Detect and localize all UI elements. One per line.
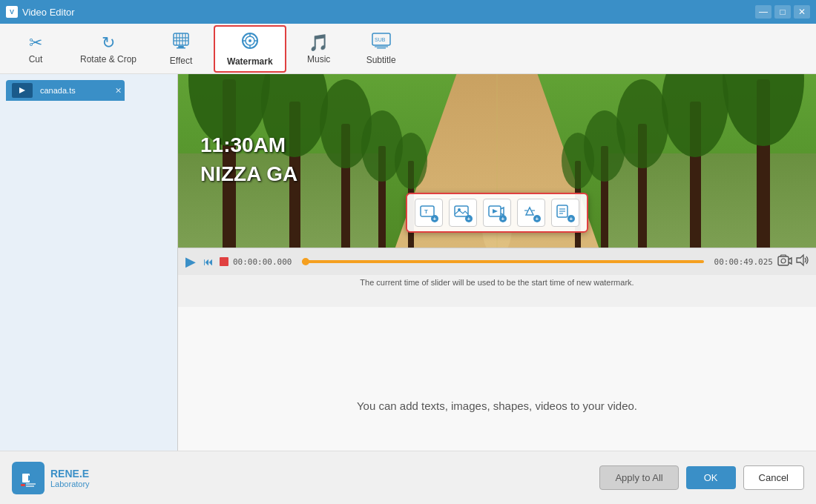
add-image-watermark-button[interactable]: + (449, 199, 477, 227)
svg-text:+: + (536, 216, 539, 222)
timeline-slider[interactable] (302, 260, 703, 263)
logo-sub: Laboratory (50, 480, 90, 488)
add-video-watermark-button[interactable]: + (483, 199, 511, 227)
svg-rect-8 (177, 47, 185, 49)
svg-point-11 (249, 39, 251, 42)
tab-watermark-label: Watermark (227, 56, 273, 67)
svg-text:+: + (501, 216, 505, 222)
timeline-message-text: The current time of slider will be used … (360, 278, 634, 287)
subtitle-icon: SUB (372, 33, 391, 53)
svg-text:+: + (467, 216, 471, 222)
close-button[interactable]: ✕ (794, 5, 810, 19)
svg-rect-77 (21, 484, 25, 486)
timeline-message: The current time of slider will be used … (178, 275, 816, 290)
title-controls: — □ ✕ (755, 5, 810, 19)
music-icon: 🎵 (309, 33, 329, 53)
play-button[interactable]: ▶ (184, 252, 197, 271)
tab-watermark[interactable]: Watermark (214, 25, 286, 73)
bottom-bar: RENE.E Laboratory Apply to All OK Cancel (0, 451, 816, 504)
svg-text:SUB: SUB (375, 37, 386, 42)
time-start: 00:00:00.000 (233, 257, 292, 267)
tab-effect[interactable]: Effect (151, 27, 211, 70)
add-shape-watermark-button[interactable]: + (517, 199, 545, 227)
tab-subtitle[interactable]: SUB Subtitle (352, 28, 411, 70)
video-column: 11:30AM NIZZA GA T + (178, 74, 816, 504)
logo-icon (12, 462, 45, 494)
tab-effect-label: Effect (170, 56, 192, 66)
restore-button[interactable]: □ (774, 5, 791, 19)
timeline-slider-wrap[interactable] (296, 260, 709, 263)
cut-icon: ✂ (29, 33, 42, 53)
svg-rect-71 (778, 256, 789, 265)
timeline-handle[interactable] (302, 258, 309, 265)
time-end: 00:00:49.025 (714, 257, 773, 267)
content-hint: You can add texts, images, shapes, video… (357, 399, 637, 412)
file-name: canada.ts (40, 86, 76, 95)
middle-section: canada.ts ✕ Material Watermark (0, 74, 816, 504)
title-bar-left: V Video Editor (6, 6, 75, 18)
sidebar: canada.ts ✕ Material Watermark (0, 74, 178, 504)
svg-rect-7 (178, 46, 184, 47)
video-time-line2: NIZZA GA (200, 159, 297, 188)
watermark-icon (240, 31, 260, 55)
volume-icon-button[interactable] (795, 253, 810, 270)
svg-text:T: T (424, 208, 428, 215)
rotate-icon: ↻ (102, 33, 115, 53)
tab-subtitle-label: Subtitle (366, 55, 396, 65)
stop-button[interactable] (220, 257, 228, 266)
ok-button[interactable]: OK (686, 466, 736, 489)
add-more-watermark-button[interactable]: + (551, 199, 579, 227)
tab-bar: ✂ Cut ↻ Rotate & Crop Effect (0, 24, 816, 74)
add-text-watermark-button[interactable]: T + (415, 199, 443, 227)
effect-icon (172, 32, 190, 54)
video-timestamp: 11:30AM NIZZA GA (200, 130, 297, 188)
timeline-area: ▶ ⏮ 00:00:00.000 00:00:49.025 (178, 248, 816, 307)
camera-icon-button[interactable] (777, 253, 792, 270)
video-preview: 11:30AM NIZZA GA T + (178, 74, 816, 248)
timeline-right-icons (777, 253, 810, 270)
file-close-icon[interactable]: ✕ (115, 86, 122, 96)
svg-rect-53 (455, 206, 468, 216)
file-thumb (12, 83, 33, 98)
tab-music-label: Music (307, 54, 330, 64)
svg-point-72 (781, 259, 786, 263)
file-list-area (6, 101, 171, 469)
bottom-actions: Apply to All OK Cancel (599, 465, 804, 490)
file-tab[interactable]: canada.ts ✕ (6, 80, 125, 101)
tab-music[interactable]: 🎵 Music (289, 29, 349, 69)
svg-text:+: + (433, 216, 437, 222)
logo-name: RENE.E (50, 468, 90, 480)
window-title: Video Editor (22, 7, 75, 18)
logo-area: RENE.E Laboratory (12, 462, 90, 494)
tab-cut-label: Cut (29, 54, 43, 64)
title-bar: V Video Editor — □ ✕ (0, 0, 816, 24)
svg-marker-58 (493, 209, 498, 213)
tab-rotate-label: Rotate & Crop (80, 54, 136, 64)
body-content: canada.ts ✕ Material Watermark (0, 74, 816, 504)
timeline-controls: ▶ ⏮ 00:00:00.000 00:00:49.025 (178, 248, 816, 275)
svg-rect-0 (174, 33, 188, 45)
cancel-button[interactable]: Cancel (743, 465, 804, 490)
tab-cut[interactable]: ✂ Cut (6, 29, 65, 69)
minimize-button[interactable]: — (755, 5, 771, 19)
svg-point-35 (395, 133, 427, 189)
svg-marker-73 (797, 255, 803, 265)
svg-text:+: + (570, 216, 573, 222)
apply-to-all-button[interactable]: Apply to All (599, 465, 678, 490)
video-time-line1: 11:30AM (200, 130, 297, 159)
prev-frame-button[interactable]: ⏮ (202, 254, 215, 269)
logo-text: RENE.E Laboratory (50, 468, 90, 488)
svg-point-45 (562, 133, 594, 189)
tab-rotate[interactable]: ↻ Rotate & Crop (68, 29, 148, 69)
app-icon: V (6, 6, 18, 18)
watermark-toolbar: T + + (406, 193, 588, 233)
